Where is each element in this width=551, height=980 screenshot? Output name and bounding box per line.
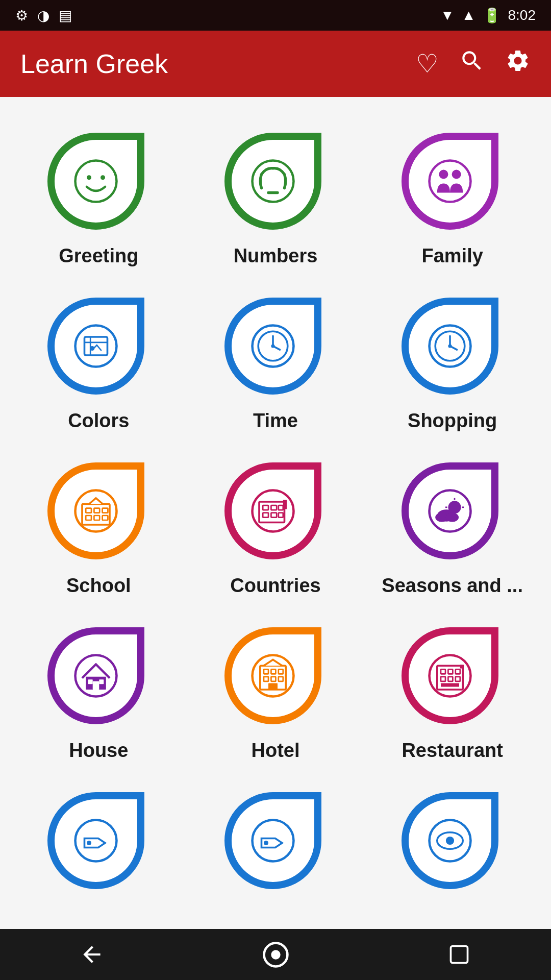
svg-point-5	[439, 170, 448, 179]
restaurant-icon-wrapper	[402, 627, 504, 729]
category-item15[interactable]	[364, 777, 541, 920]
svg-point-6	[452, 170, 461, 179]
shopping-icon	[427, 323, 473, 369]
settings-status-icon: ⚙	[15, 7, 28, 24]
wifi-icon: ▼	[440, 7, 455, 23]
battery-icon: 🔋	[483, 7, 501, 24]
category-restaurant[interactable]: Restaurant	[364, 612, 541, 777]
item13-icon-wrapper	[47, 792, 149, 894]
svg-point-21	[448, 344, 452, 348]
greeting-icon	[73, 158, 119, 204]
svg-point-0	[76, 161, 117, 202]
favorite-button[interactable]: ♡	[416, 49, 439, 79]
svg-rect-23	[82, 504, 110, 525]
svg-rect-46	[93, 681, 99, 690]
signal-icon: ▲	[462, 7, 476, 23]
greeting-label: Greeting	[59, 245, 138, 267]
countries-icon	[250, 488, 296, 534]
svg-rect-53	[279, 669, 283, 674]
category-family[interactable]: Family	[364, 117, 541, 282]
hotel-icon	[250, 653, 296, 699]
svg-rect-26	[103, 508, 108, 513]
time-icon	[250, 323, 296, 369]
svg-rect-62	[455, 669, 460, 674]
svg-rect-52	[271, 669, 276, 674]
time-label: Time	[253, 410, 298, 432]
item13-icon	[73, 818, 119, 864]
item14-icon	[250, 818, 296, 864]
svg-point-71	[264, 841, 268, 845]
house-label: House	[69, 740, 128, 762]
category-shopping[interactable]: Shopping	[364, 282, 541, 447]
house-icon	[73, 653, 119, 699]
family-icon-wrapper	[402, 133, 504, 235]
svg-rect-61	[448, 669, 453, 674]
shopping-label: Shopping	[408, 410, 497, 432]
svg-rect-24	[86, 508, 92, 513]
svg-rect-36	[271, 513, 277, 518]
svg-rect-37	[279, 513, 283, 518]
bottom-navigation	[0, 929, 551, 980]
svg-point-1	[87, 175, 91, 180]
seasons-label: Seasons and ...	[382, 575, 523, 597]
svg-rect-77	[451, 946, 468, 963]
category-countries[interactable]: Countries	[187, 447, 364, 612]
category-greeting[interactable]: Greeting	[10, 117, 187, 282]
category-numbers[interactable]: Numbers	[187, 117, 364, 282]
category-school[interactable]: School	[10, 447, 187, 612]
seasons-icon-wrapper	[402, 462, 504, 565]
sd-card-icon: ▤	[59, 7, 72, 24]
hotel-label: Hotel	[251, 740, 299, 762]
svg-rect-57	[268, 683, 278, 690]
home-button[interactable]	[255, 934, 296, 975]
item15-icon-wrapper	[402, 792, 504, 894]
svg-rect-33	[271, 505, 277, 510]
time-display: 8:02	[508, 7, 536, 23]
family-label: Family	[421, 245, 483, 267]
greeting-icon-wrapper	[47, 133, 149, 235]
svg-point-74	[446, 837, 454, 845]
svg-rect-67	[460, 665, 463, 668]
recent-apps-button[interactable]	[439, 934, 480, 975]
category-time[interactable]: Time	[187, 282, 364, 447]
category-hotel[interactable]: Hotel	[187, 612, 364, 777]
seasons-icon	[427, 488, 473, 534]
svg-rect-51	[264, 669, 268, 674]
status-icons-right: ▼ ▲ 🔋 8:02	[440, 7, 536, 24]
category-house[interactable]: House	[10, 612, 187, 777]
svg-rect-60	[441, 669, 445, 674]
time-icon-wrapper	[224, 298, 327, 400]
app-title: Learn Greek	[20, 48, 416, 79]
category-item13[interactable]	[10, 777, 187, 920]
restaurant-label: Restaurant	[402, 740, 503, 762]
main-content: Greeting Numbers	[0, 97, 551, 980]
category-colors[interactable]: Colors	[10, 282, 187, 447]
svg-point-69	[87, 841, 91, 845]
colors-icon-wrapper	[47, 298, 149, 400]
category-item14[interactable]	[187, 777, 364, 920]
svg-point-11	[90, 346, 95, 351]
svg-point-16	[271, 344, 274, 348]
svg-rect-63	[441, 677, 445, 681]
status-bar: ⚙ ◑ ▤ ▼ ▲ 🔋 8:02	[0, 0, 551, 31]
svg-rect-66	[441, 683, 459, 687]
school-icon-wrapper	[47, 462, 149, 565]
svg-rect-55	[271, 677, 276, 681]
colors-label: Colors	[68, 410, 129, 432]
app-header: Learn Greek ♡	[0, 31, 551, 97]
svg-point-3	[252, 161, 293, 202]
settings-button[interactable]	[505, 48, 531, 80]
svg-rect-28	[94, 516, 100, 520]
numbers-icon-wrapper	[224, 133, 327, 235]
restaurant-icon	[427, 653, 473, 699]
status-icons-left: ⚙ ◑ ▤	[15, 7, 72, 24]
svg-rect-54	[264, 677, 268, 681]
svg-rect-35	[263, 513, 268, 518]
header-actions: ♡	[416, 48, 531, 80]
svg-point-76	[271, 950, 280, 959]
back-button[interactable]	[71, 934, 112, 975]
category-seasons[interactable]: Seasons and ...	[364, 447, 541, 612]
brightness-icon: ◑	[37, 7, 49, 24]
svg-rect-47	[88, 679, 93, 684]
search-button[interactable]	[459, 48, 485, 80]
